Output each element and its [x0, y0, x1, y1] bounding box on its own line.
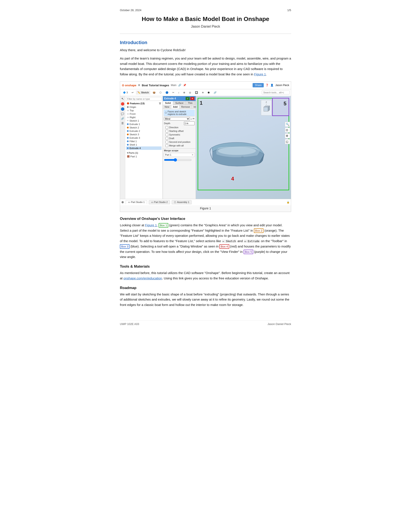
toolbar-icon4[interactable]: ✂ [171, 91, 176, 95]
toolbar-icon1[interactable]: 📦 [151, 91, 157, 95]
overview-text: Looking closer at Figure 1, Box 1 (green… [120, 223, 291, 260]
view-cube[interactable]: Z↑ [261, 100, 272, 115]
feature-filter-input[interactable] [126, 97, 162, 101]
undo-btn[interactable]: ↩ [130, 91, 135, 95]
tab-part-studio-2[interactable]: ▭ Part Studio 2 [149, 200, 170, 204]
onshape-main-area: ↖ 🔴 🔵 💬 🔗 ☰ Features (13) ▽ [120, 96, 291, 199]
end-type-select[interactable]: Blind [164, 117, 190, 121]
sidebar-icon-comment[interactable]: 💬 [121, 112, 124, 115]
footer-right: Jason Daniel Pieck [267, 323, 291, 326]
symmetric-label: Symmetric [169, 133, 180, 136]
sidebar-item-extrude1[interactable]: Extrude 1 [126, 123, 162, 126]
direction-checkbox[interactable] [165, 126, 168, 129]
add-tab-icon[interactable]: ⊕ [121, 200, 124, 204]
toolbar-icon5[interactable]: ↕ [177, 91, 181, 95]
merge-scope-section: Merge scope [163, 148, 196, 152]
right-icon-2[interactable]: ⊡ [285, 128, 290, 133]
toolbar-icon11[interactable]: 🔗 [212, 91, 218, 95]
symmetric-checkbox[interactable] [165, 133, 168, 136]
boat-svg [204, 115, 269, 180]
sidebar-item-origin[interactable]: Origin [126, 105, 162, 109]
onshape-topbar: ⊙ onshape ≡ Boat Tutorial Images Main 🔗 … [120, 82, 291, 89]
sidebar-item-sketch3[interactable]: Sketch 3 [126, 133, 162, 136]
draft-checkbox[interactable] [165, 137, 168, 140]
second-end-checkbox[interactable] [165, 141, 168, 143]
right-icon-3[interactable]: ⚙ [285, 133, 290, 138]
sidebar-icon-cursor[interactable]: ↖ [121, 97, 124, 100]
tab-part-studio-1[interactable]: ▭ Part Studio 1 [126, 200, 147, 204]
dialog-confirm-button[interactable]: ✓ [186, 97, 190, 100]
dialog-op-new[interactable]: New [163, 105, 171, 109]
sidebar-item-extrude3[interactable]: Extrude 3 [126, 136, 162, 140]
roadmap-heading: Roadmap [120, 286, 291, 290]
sidebar-item-extrude2[interactable]: Extrude 2 [126, 129, 162, 133]
sidebar-item-extrude4[interactable]: Extrude 4 [126, 146, 162, 150]
top-label: Top [130, 109, 134, 112]
slider-input[interactable] [164, 158, 191, 162]
share-button[interactable]: Share [253, 83, 264, 87]
dialog-op-add[interactable]: Add [171, 105, 179, 109]
feature-list-sidebar: Features (13) ▽ Origin ▭ Top ▭ Front [125, 96, 163, 199]
dialog-tab-solid[interactable]: Solid [163, 101, 173, 105]
features-label: Features (13) [130, 102, 144, 105]
sidebar-item-right[interactable]: ▭ Right [126, 116, 162, 119]
extrude4-icon [127, 147, 129, 149]
dialog-tab-bar: Solid Surface Thin [163, 101, 196, 105]
starting-offset-checkbox[interactable] [165, 130, 168, 133]
sidebar-icon-tree[interactable]: 🔵 [121, 107, 124, 111]
dialog-cancel-button[interactable]: ✕ [190, 97, 194, 100]
sidebar-item-sketch2[interactable]: Sketch 2 [126, 126, 162, 129]
depth-input[interactable] [184, 121, 195, 125]
dialog-operations: New Add Remove Intersect [163, 105, 196, 109]
tab-assembly-1[interactable]: ⬡ Assembly 1 [172, 200, 191, 204]
sidebar-icon-parts[interactable]: 🔴 [121, 102, 124, 105]
merge-part-row: Part 1 ✕ [164, 153, 195, 157]
figure1-link[interactable]: Figure 1 [254, 72, 266, 76]
parts-chevron[interactable]: ▾ [127, 152, 128, 154]
sidebar-item-part1[interactable]: 🟫 Part 1 [126, 155, 162, 158]
right-icon-4[interactable]: ◱ [285, 139, 290, 144]
flip-icon[interactable]: ↕ [191, 118, 192, 120]
link-icon: 🔗 [178, 84, 181, 87]
svg-rect-2 [264, 107, 268, 111]
toolbar-icon7[interactable]: ◎ [188, 91, 193, 95]
toolbar-icon6[interactable]: ⊕ [182, 91, 187, 95]
starting-offset-label: Starting offset [169, 130, 184, 132]
sidebar-content: Features (13) ▽ Origin ▭ Top ▭ Front [125, 96, 162, 159]
dialog-tab-thin[interactable]: Thin [186, 101, 195, 105]
sidebar-item-sketch1[interactable]: ✏ Sketch 1 [126, 119, 162, 123]
features-expand[interactable]: ▽ [159, 102, 161, 105]
sidebar-item-top[interactable]: ▭ Top [126, 109, 162, 112]
dialog-op-remove[interactable]: Remove [179, 105, 192, 109]
search-input[interactable] [262, 91, 290, 95]
tab-ps2-label: Part Studio 2 [154, 201, 168, 203]
overview-fig1-link[interactable]: Figure 1 [145, 223, 157, 227]
toolbar-icon2[interactable]: ⬡ [158, 91, 163, 95]
toolbar-icon3[interactable]: 🔵 [164, 91, 170, 95]
dialog-tab-surface[interactable]: Surface [173, 101, 186, 105]
extrude2-icon [127, 130, 129, 132]
sketch-button[interactable]: ✏️ Sketch [136, 91, 150, 95]
shell1-icon [127, 144, 129, 146]
toolbar-num: 🔷 3 [121, 91, 129, 95]
features-header: Features (13) ▽ [126, 102, 162, 105]
merge-with-all-checkbox[interactable] [165, 144, 168, 147]
menu-icon[interactable]: ≡ [138, 83, 140, 87]
sidebar-item-front[interactable]: ▭ Front [126, 112, 162, 116]
boat-svg-container [204, 107, 269, 188]
sidebar-item-fillet1[interactable]: Fillet 1 [126, 140, 162, 143]
edit-icon[interactable]: ✏ [193, 117, 195, 120]
features-dot [127, 102, 129, 104]
merge-part-remove[interactable]: ✕ [191, 153, 193, 156]
onshape-edu-link[interactable]: onshape.com/en/education [124, 276, 162, 280]
toolbar-icon8[interactable]: 🔲 [193, 91, 200, 95]
intro-para2: As part of the team's training regimen, … [120, 56, 291, 77]
sidebar-icon-list[interactable]: ☰ [121, 122, 124, 125]
sidebar-icon-link[interactable]: 🔗 [121, 117, 124, 120]
right-icon-1[interactable]: 🔍 [285, 122, 290, 127]
help-icon[interactable]: ❓ [266, 84, 269, 87]
author-name: Jason Daniel Pieck [120, 25, 291, 28]
toolbar-icon10[interactable]: ⬟ [206, 91, 211, 95]
sidebar-item-shell1[interactable]: Shell 1 [126, 143, 162, 146]
toolbar-icon9[interactable]: ≋ [200, 91, 205, 95]
